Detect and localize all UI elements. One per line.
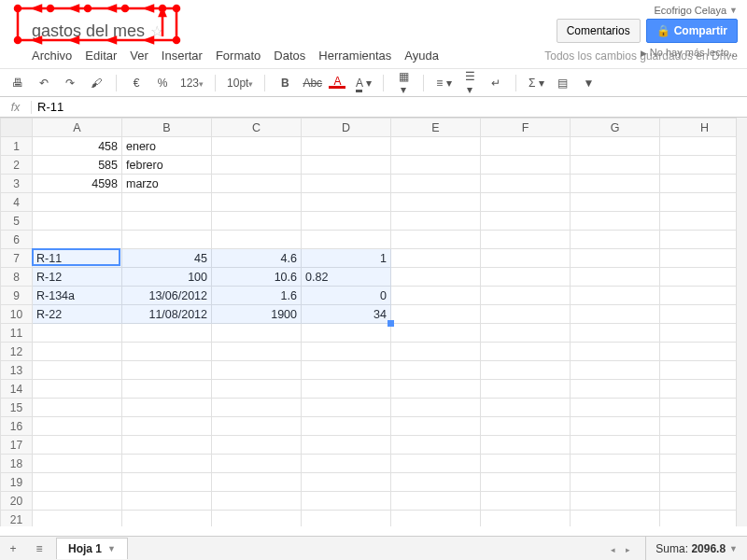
cell-C11[interactable] (212, 324, 302, 343)
row-header-10[interactable]: 10 (1, 305, 33, 324)
cell-B4[interactable] (122, 193, 212, 212)
cell-A17[interactable] (33, 436, 122, 455)
cell-A1[interactable]: 458 (33, 137, 122, 156)
cell-A19[interactable] (33, 473, 122, 492)
cell-F3[interactable] (481, 175, 571, 193)
cell-H2[interactable] (660, 156, 748, 175)
status-sum[interactable]: Suma: 2096.8 ▼ (645, 537, 747, 560)
cell-B15[interactable] (122, 399, 212, 417)
row-header-21[interactable]: 21 (1, 511, 33, 527)
menu-formato[interactable]: Formato (216, 49, 261, 63)
cell-A21[interactable] (33, 511, 122, 527)
cell-G6[interactable] (571, 231, 660, 249)
cell-F15[interactable] (481, 399, 571, 417)
cell-H18[interactable] (660, 455, 748, 473)
menu-datos[interactable]: Datos (274, 49, 305, 63)
menu-archivo[interactable]: Archivo (32, 49, 72, 63)
cell-H15[interactable] (660, 399, 748, 417)
cell-F14[interactable] (481, 380, 571, 399)
cell-G13[interactable] (571, 361, 660, 380)
cell-D2[interactable] (302, 156, 391, 175)
cell-C3[interactable] (212, 175, 302, 193)
cell-E1[interactable] (391, 137, 481, 156)
cell-H1[interactable] (660, 137, 748, 156)
cell-D6[interactable] (302, 231, 391, 249)
cell-H20[interactable] (660, 492, 748, 511)
row-header-19[interactable]: 19 (1, 473, 33, 492)
cell-A7[interactable]: R-11 (33, 249, 122, 268)
cell-B8[interactable]: 100 (122, 268, 212, 287)
cell-H11[interactable] (660, 324, 748, 343)
cell-F20[interactable] (481, 492, 571, 511)
menu-ayuda[interactable]: Ayuda (404, 49, 439, 63)
cell-B5[interactable] (122, 212, 212, 231)
cell-F4[interactable] (481, 193, 571, 212)
strike-button[interactable]: Abc (303, 77, 319, 90)
cell-G12[interactable] (571, 343, 660, 361)
cell-F13[interactable] (481, 361, 571, 380)
cell-C9[interactable]: 1.6 (212, 287, 302, 305)
sum-dropdown-icon[interactable]: ▼ (729, 544, 738, 553)
cell-E16[interactable] (391, 417, 481, 436)
currency-format-button[interactable]: € (128, 77, 145, 90)
cell-D7[interactable]: 1 (302, 249, 391, 268)
menu-ver[interactable]: Ver (130, 49, 148, 63)
row-header-14[interactable]: 14 (1, 380, 33, 399)
cell-A9[interactable]: R-134a (33, 287, 122, 305)
cell-D1[interactable] (302, 137, 391, 156)
cell-F12[interactable] (481, 343, 571, 361)
cell-F8[interactable] (481, 268, 571, 287)
cell-B12[interactable] (122, 343, 212, 361)
cell-D21[interactable] (302, 511, 391, 527)
cell-E5[interactable] (391, 212, 481, 231)
cell-B9[interactable]: 13/06/2012 (122, 287, 212, 305)
cell-C18[interactable] (212, 455, 302, 473)
cell-C16[interactable] (212, 417, 302, 436)
col-header-H[interactable]: H (660, 119, 748, 137)
cell-C19[interactable] (212, 473, 302, 492)
cell-C13[interactable] (212, 361, 302, 380)
cell-H3[interactable] (660, 175, 748, 193)
cell-C4[interactable] (212, 193, 302, 212)
cell-H6[interactable] (660, 231, 748, 249)
cell-B7[interactable]: 45 (122, 249, 212, 268)
cell-B16[interactable] (122, 417, 212, 436)
cell-H9[interactable] (660, 287, 748, 305)
menu-herramientas[interactable]: Herramientas (318, 49, 391, 63)
cell-H12[interactable] (660, 343, 748, 361)
cell-G3[interactable] (571, 175, 660, 193)
cell-B21[interactable] (122, 511, 212, 527)
row-header-12[interactable]: 12 (1, 343, 33, 361)
cell-G19[interactable] (571, 473, 660, 492)
cell-H4[interactable] (660, 193, 748, 212)
row-header-5[interactable]: 5 (1, 212, 33, 231)
last-edit-info[interactable]: ▶No hay más lecto... (641, 47, 738, 58)
cell-H8[interactable] (660, 268, 748, 287)
scroll-left-icon[interactable]: ◂ (608, 545, 617, 554)
cell-C6[interactable] (212, 231, 302, 249)
cell-C20[interactable] (212, 492, 302, 511)
cell-B11[interactable] (122, 324, 212, 343)
more-formats-button[interactable]: 123▾ (180, 77, 204, 90)
comments-button[interactable]: Comentarios (557, 19, 641, 43)
cell-H19[interactable] (660, 473, 748, 492)
cell-C2[interactable] (212, 156, 302, 175)
cell-H14[interactable] (660, 380, 748, 399)
cell-E6[interactable] (391, 231, 481, 249)
undo-icon[interactable]: ↶ (35, 77, 52, 90)
spreadsheet-grid[interactable]: ABCDEFGH 1458enero2585febrero34598marzo4… (0, 118, 747, 526)
cell-E7[interactable] (391, 249, 481, 268)
cell-G7[interactable] (571, 249, 660, 268)
cell-C12[interactable] (212, 343, 302, 361)
add-sheet-button[interactable]: + (0, 542, 26, 555)
cell-G10[interactable] (571, 305, 660, 324)
cell-D10[interactable]: 34 (302, 305, 391, 324)
print-icon[interactable]: 🖶 (9, 77, 26, 90)
cell-B20[interactable] (122, 492, 212, 511)
cell-D16[interactable] (302, 417, 391, 436)
cell-D18[interactable] (302, 455, 391, 473)
sheet-tab[interactable]: Hoja 1 ▼ (56, 538, 128, 559)
cell-G8[interactable] (571, 268, 660, 287)
cell-E8[interactable] (391, 268, 481, 287)
cell-E13[interactable] (391, 361, 481, 380)
